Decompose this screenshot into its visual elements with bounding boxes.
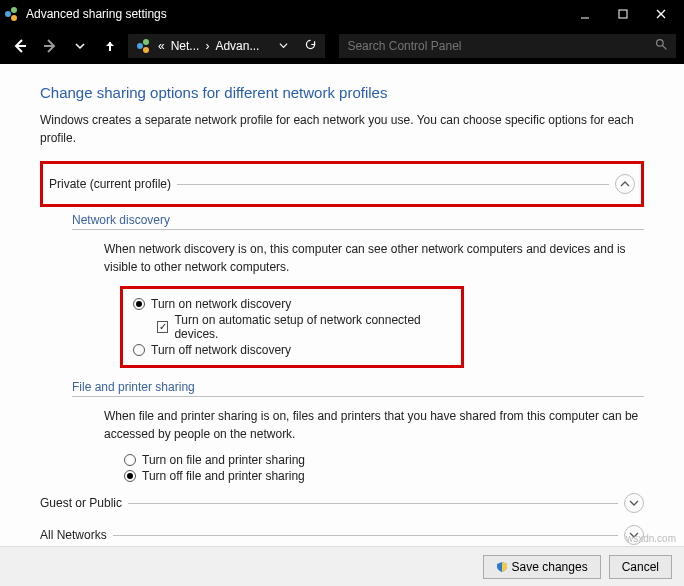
refresh-button[interactable] <box>304 38 317 54</box>
save-changes-button[interactable]: Save changes <box>483 555 601 579</box>
checkbox-auto-setup[interactable]: ✓ Turn on automatic setup of network con… <box>157 313 451 341</box>
close-button[interactable] <box>642 0 680 28</box>
svg-point-10 <box>137 43 143 49</box>
expand-button[interactable] <box>624 493 644 513</box>
radio-icon <box>133 344 145 356</box>
minimize-button[interactable] <box>566 0 604 28</box>
breadcrumb-prefix: « <box>158 39 165 53</box>
page-description: Windows creates a separate network profi… <box>40 111 644 147</box>
up-button[interactable] <box>98 34 122 58</box>
page-title: Change sharing options for different net… <box>40 84 644 101</box>
section-private[interactable]: Private (current profile) <box>49 174 635 194</box>
radio-label: Turn on network discovery <box>151 297 291 311</box>
radio-label: Turn on file and printer sharing <box>142 453 305 467</box>
section-all-networks[interactable]: All Networks <box>40 525 644 545</box>
checkbox-icon: ✓ <box>157 321 168 333</box>
highlight-box-private: Private (current profile) <box>40 161 644 207</box>
app-icon <box>4 6 20 22</box>
button-bar: Save changes Cancel <box>0 546 684 586</box>
watermark: wsxdn.com <box>626 533 676 544</box>
toolbar: « Net... › Advan... <box>0 28 684 64</box>
radio-discovery-off[interactable]: Turn off network discovery <box>133 343 451 357</box>
cancel-button[interactable]: Cancel <box>609 555 672 579</box>
breadcrumb-icon <box>136 38 152 54</box>
svg-rect-4 <box>619 10 627 18</box>
shield-icon <box>496 561 508 573</box>
breadcrumb-item-2[interactable]: Advan... <box>215 39 259 53</box>
svg-point-1 <box>11 7 17 13</box>
radio-icon <box>133 298 145 310</box>
network-discovery-header: Network discovery <box>72 213 644 227</box>
highlight-box-discovery-options: Turn on network discovery ✓ Turn on auto… <box>120 286 464 368</box>
content-area: Change sharing options for different net… <box>0 64 684 557</box>
section-guest-label: Guest or Public <box>40 496 122 510</box>
search-box[interactable] <box>339 34 676 58</box>
section-guest[interactable]: Guest or Public <box>40 493 644 513</box>
search-icon[interactable] <box>655 38 668 54</box>
svg-point-2 <box>11 15 17 21</box>
svg-point-12 <box>143 47 149 53</box>
chevron-right-icon: › <box>205 39 209 53</box>
radio-icon <box>124 454 136 466</box>
titlebar: Advanced sharing settings <box>0 0 684 28</box>
back-button[interactable] <box>8 34 32 58</box>
breadcrumb-item-1[interactable]: Net... <box>171 39 200 53</box>
divider <box>177 184 609 185</box>
search-input[interactable] <box>347 39 655 53</box>
divider <box>72 396 644 397</box>
divider <box>128 503 618 504</box>
divider <box>113 535 618 536</box>
svg-point-13 <box>657 40 664 47</box>
radio-label: Turn off file and printer sharing <box>142 469 305 483</box>
checkbox-label: Turn on automatic setup of network conne… <box>174 313 451 341</box>
radio-fps-on[interactable]: Turn on file and printer sharing <box>124 453 644 467</box>
radio-label: Turn off network discovery <box>151 343 291 357</box>
radio-discovery-on[interactable]: Turn on network discovery <box>133 297 451 311</box>
cancel-label: Cancel <box>622 560 659 574</box>
forward-button[interactable] <box>38 34 62 58</box>
svg-point-11 <box>143 39 149 45</box>
breadcrumb[interactable]: « Net... › Advan... <box>128 34 325 58</box>
file-printer-desc: When file and printer sharing is on, fil… <box>104 407 644 443</box>
radio-fps-off[interactable]: Turn off file and printer sharing <box>124 469 644 483</box>
section-all-label: All Networks <box>40 528 107 542</box>
radio-icon <box>124 470 136 482</box>
chevron-down-icon[interactable] <box>279 39 288 53</box>
section-private-label: Private (current profile) <box>49 177 171 191</box>
file-printer-header: File and printer sharing <box>72 380 644 394</box>
network-discovery-desc: When network discovery is on, this compu… <box>104 240 644 276</box>
divider <box>72 229 644 230</box>
svg-line-14 <box>662 45 666 49</box>
window-title: Advanced sharing settings <box>26 7 167 21</box>
recent-dropdown[interactable] <box>68 34 92 58</box>
collapse-button[interactable] <box>615 174 635 194</box>
svg-point-0 <box>5 11 11 17</box>
save-label: Save changes <box>512 560 588 574</box>
maximize-button[interactable] <box>604 0 642 28</box>
